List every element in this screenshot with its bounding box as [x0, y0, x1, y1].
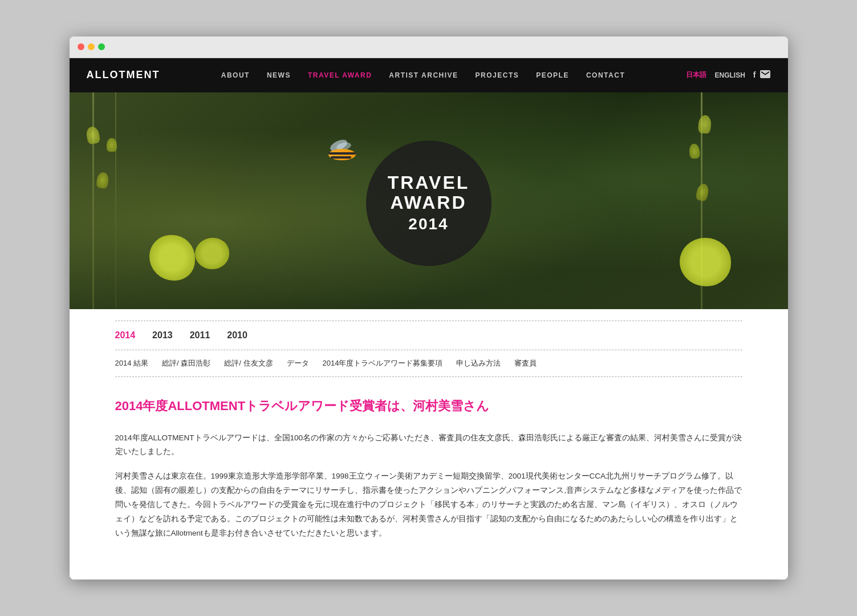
lang-english[interactable]: ENGLISH	[714, 71, 745, 79]
sub-tab-sumitomo[interactable]: 総評/ 住友文彦	[224, 358, 273, 368]
nav-contact[interactable]: CONTACT	[586, 71, 625, 79]
nav-travel-award[interactable]: TRAVEL AWARD	[308, 71, 372, 79]
sub-tabs: 2014 結果 総評/ 森田浩彰 総評/ 住友文彦 データ 2014年度トラベル…	[115, 350, 742, 376]
article-title: 2014年度ALLOTMENTトラベルアワード受賞者は、河村美雪さん	[115, 398, 742, 415]
facebook-icon[interactable]: f	[753, 70, 756, 80]
nav-projects[interactable]: PROJECTS	[476, 71, 519, 79]
browser-window: ALLOTMENT ABOUT NEWS TRAVEL AWARD ARTIST…	[70, 37, 788, 580]
nav-about[interactable]: ABOUT	[221, 71, 250, 79]
bee-decoration	[326, 147, 360, 164]
dot-green[interactable]	[98, 43, 105, 50]
hero-circle-overlay: TRAVEL AWARD 2014	[366, 140, 492, 266]
plant-decoration-left	[92, 92, 94, 309]
nav-news[interactable]: NEWS	[267, 71, 291, 79]
nav-artist-archive[interactable]: ARTIST ARCHIVE	[389, 71, 458, 79]
sub-tab-judges[interactable]: 審査員	[514, 358, 537, 368]
article: 2014年度ALLOTMENTトラベルアワード受賞者は、河村美雪さん 2014年…	[115, 398, 742, 541]
navbar: ALLOTMENT ABOUT NEWS TRAVEL AWARD ARTIST…	[70, 58, 788, 92]
year-tab-2014[interactable]: 2014	[115, 330, 136, 341]
lang-japanese[interactable]: 日本語	[686, 70, 706, 80]
hero-year: 2014	[408, 215, 448, 233]
plant-bud-2	[107, 138, 117, 152]
hero-title-line1: TRAVEL	[388, 173, 470, 193]
article-paragraph-2: 河村美雪さんは東京在住。1999東京造形大学造形学部卒業、1998王立ウィーン美…	[115, 469, 742, 541]
social-links: f	[753, 70, 771, 80]
navbar-right: 日本語 ENGLISH f	[686, 70, 770, 80]
sub-tab-results[interactable]: 2014 結果	[115, 358, 149, 368]
year-tab-2010[interactable]: 2010	[227, 330, 247, 341]
nav-links: ABOUT NEWS TRAVEL AWARD ARTIST ARCHIVE P…	[221, 71, 626, 79]
sub-tab-application[interactable]: 申し込み方法	[456, 358, 501, 368]
yellow-flower-left2	[195, 238, 229, 269]
sub-tabs-border	[115, 376, 742, 377]
plant-decoration-left2	[115, 92, 116, 309]
dot-yellow[interactable]	[88, 43, 95, 50]
year-tab-2011[interactable]: 2011	[190, 330, 210, 341]
year-tab-2013[interactable]: 2013	[152, 330, 173, 341]
hero-title-line2: AWARD	[390, 193, 466, 213]
email-icon[interactable]	[760, 70, 770, 80]
sub-tab-data[interactable]: データ	[287, 358, 309, 368]
browser-dots	[78, 43, 105, 50]
nav-people[interactable]: PEOPLE	[536, 71, 569, 79]
site-logo[interactable]: ALLOTMENT	[87, 69, 160, 81]
yellow-flower-right	[680, 238, 731, 286]
dot-red[interactable]	[78, 43, 84, 50]
year-tabs: 2014 2013 2011 2010	[115, 321, 742, 350]
browser-chrome	[70, 37, 788, 58]
hero-section: TRAVEL AWARD 2014	[70, 92, 788, 309]
main-content: 2014 2013 2011 2010 2014 結果 総評/ 森田浩彰 総評/…	[70, 321, 788, 580]
article-paragraph-1: 2014年度ALLOTMENTトラベルアワードは、全国100名の作家の方々からご…	[115, 431, 742, 460]
sub-tab-requirements[interactable]: 2014年度トラベルアワード募集要項	[323, 358, 443, 368]
sub-tab-morita[interactable]: 総評/ 森田浩彰	[162, 358, 210, 368]
